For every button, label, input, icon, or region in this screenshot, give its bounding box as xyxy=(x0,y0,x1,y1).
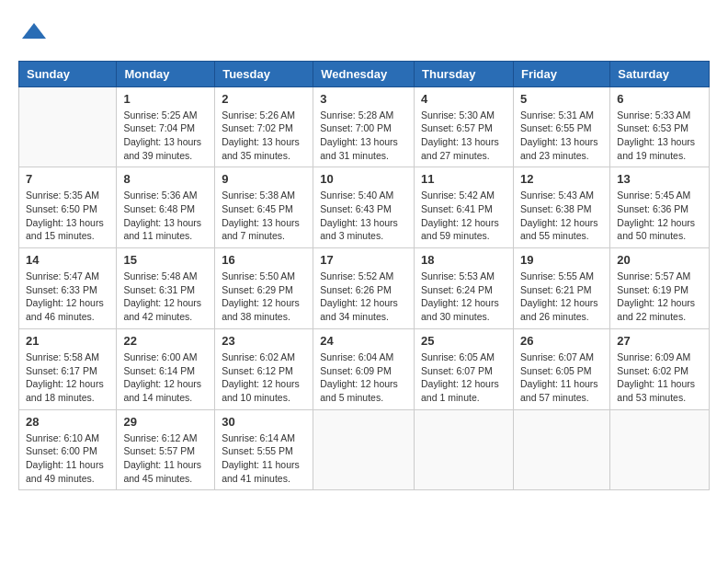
calendar-week-row: 7Sunrise: 5:35 AMSunset: 6:50 PMDaylight… xyxy=(19,167,710,248)
calendar-cell: 17Sunrise: 5:52 AMSunset: 6:26 PMDayligh… xyxy=(313,248,415,329)
calendar-cell: 30Sunrise: 6:14 AMSunset: 5:55 PMDayligh… xyxy=(215,409,313,490)
day-info: Sunrise: 5:33 AMSunset: 6:53 PMDaylight:… xyxy=(617,109,702,163)
calendar-cell: 7Sunrise: 5:35 AMSunset: 6:50 PMDaylight… xyxy=(19,167,117,248)
day-number: 17 xyxy=(320,253,407,267)
calendar-cell: 21Sunrise: 5:58 AMSunset: 6:17 PMDayligh… xyxy=(19,328,117,409)
day-info: Sunrise: 6:14 AMSunset: 5:55 PMDaylight:… xyxy=(222,431,306,486)
calendar-cell xyxy=(513,409,609,490)
day-number: 2 xyxy=(222,92,306,106)
day-info: Sunrise: 5:57 AMSunset: 6:19 PMDaylight:… xyxy=(617,270,702,324)
day-info: Sunrise: 5:36 AMSunset: 6:48 PMDaylight:… xyxy=(123,189,208,243)
day-info: Sunrise: 6:09 AMSunset: 6:02 PMDaylight:… xyxy=(617,350,702,405)
day-info: Sunrise: 5:45 AMSunset: 6:36 PMDaylight:… xyxy=(617,189,702,243)
day-info: Sunrise: 5:25 AMSunset: 7:04 PMDaylight:… xyxy=(123,109,208,163)
day-number: 16 xyxy=(222,253,306,267)
column-header-thursday: Thursday xyxy=(415,61,514,86)
calendar-week-row: 1Sunrise: 5:25 AMSunset: 7:04 PMDaylight… xyxy=(19,86,710,167)
day-info: Sunrise: 5:40 AMSunset: 6:43 PMDaylight:… xyxy=(320,189,407,243)
logo xyxy=(18,18,48,52)
calendar-cell: 18Sunrise: 5:53 AMSunset: 6:24 PMDayligh… xyxy=(415,248,514,329)
day-number: 7 xyxy=(26,172,109,186)
day-info: Sunrise: 6:05 AMSunset: 6:07 PMDaylight:… xyxy=(421,350,506,405)
day-number: 18 xyxy=(421,253,506,267)
calendar-week-row: 14Sunrise: 5:47 AMSunset: 6:33 PMDayligh… xyxy=(19,248,710,329)
day-number: 21 xyxy=(26,334,109,348)
day-number: 10 xyxy=(320,172,407,186)
day-info: Sunrise: 5:43 AMSunset: 6:38 PMDaylight:… xyxy=(520,189,603,243)
day-number: 6 xyxy=(617,92,702,106)
day-number: 20 xyxy=(617,253,702,267)
day-info: Sunrise: 5:35 AMSunset: 6:50 PMDaylight:… xyxy=(26,189,109,243)
day-number: 26 xyxy=(520,334,603,348)
calendar-cell: 10Sunrise: 5:40 AMSunset: 6:43 PMDayligh… xyxy=(313,167,415,248)
day-info: Sunrise: 5:31 AMSunset: 6:55 PMDaylight:… xyxy=(520,109,603,163)
calendar-cell: 1Sunrise: 5:25 AMSunset: 7:04 PMDaylight… xyxy=(117,86,215,167)
day-number: 22 xyxy=(123,334,208,348)
calendar-week-row: 28Sunrise: 6:10 AMSunset: 6:00 PMDayligh… xyxy=(19,409,710,490)
day-info: Sunrise: 6:02 AMSunset: 6:12 PMDaylight:… xyxy=(222,350,306,405)
column-header-sunday: Sunday xyxy=(19,61,117,86)
calendar-cell: 12Sunrise: 5:43 AMSunset: 6:38 PMDayligh… xyxy=(513,167,609,248)
calendar-cell: 26Sunrise: 6:07 AMSunset: 6:05 PMDayligh… xyxy=(513,328,609,409)
calendar-cell: 9Sunrise: 5:38 AMSunset: 6:45 PMDaylight… xyxy=(215,167,313,248)
calendar-table: SundayMondayTuesdayWednesdayThursdayFrid… xyxy=(18,61,710,491)
calendar-cell: 11Sunrise: 5:42 AMSunset: 6:41 PMDayligh… xyxy=(415,167,514,248)
calendar-cell: 3Sunrise: 5:28 AMSunset: 7:00 PMDaylight… xyxy=(313,86,415,167)
logo-icon xyxy=(20,18,48,46)
day-info: Sunrise: 5:50 AMSunset: 6:29 PMDaylight:… xyxy=(222,270,306,324)
day-info: Sunrise: 6:10 AMSunset: 6:00 PMDaylight:… xyxy=(26,431,109,486)
calendar-cell: 24Sunrise: 6:04 AMSunset: 6:09 PMDayligh… xyxy=(313,328,415,409)
day-info: Sunrise: 6:00 AMSunset: 6:14 PMDaylight:… xyxy=(123,350,208,405)
calendar-cell xyxy=(19,86,117,167)
day-number: 8 xyxy=(123,172,208,186)
day-info: Sunrise: 5:52 AMSunset: 6:26 PMDaylight:… xyxy=(320,270,407,324)
day-info: Sunrise: 5:28 AMSunset: 7:00 PMDaylight:… xyxy=(320,109,407,163)
calendar-cell: 16Sunrise: 5:50 AMSunset: 6:29 PMDayligh… xyxy=(215,248,313,329)
day-info: Sunrise: 5:30 AMSunset: 6:57 PMDaylight:… xyxy=(421,109,506,163)
day-info: Sunrise: 5:53 AMSunset: 6:24 PMDaylight:… xyxy=(421,270,506,324)
day-number: 5 xyxy=(520,92,603,106)
day-info: Sunrise: 6:07 AMSunset: 6:05 PMDaylight:… xyxy=(520,350,603,405)
calendar-cell xyxy=(610,409,710,490)
calendar-week-row: 21Sunrise: 5:58 AMSunset: 6:17 PMDayligh… xyxy=(19,328,710,409)
svg-marker-0 xyxy=(22,23,46,39)
column-header-monday: Monday xyxy=(117,61,215,86)
calendar-cell: 14Sunrise: 5:47 AMSunset: 6:33 PMDayligh… xyxy=(19,248,117,329)
day-number: 14 xyxy=(26,253,109,267)
column-header-friday: Friday xyxy=(513,61,609,86)
day-number: 1 xyxy=(123,92,208,106)
day-info: Sunrise: 5:26 AMSunset: 7:02 PMDaylight:… xyxy=(222,109,306,163)
calendar-cell: 2Sunrise: 5:26 AMSunset: 7:02 PMDaylight… xyxy=(215,86,313,167)
day-number: 30 xyxy=(222,415,306,429)
calendar-cell: 29Sunrise: 6:12 AMSunset: 5:57 PMDayligh… xyxy=(117,409,215,490)
column-header-tuesday: Tuesday xyxy=(215,61,313,86)
calendar-cell: 27Sunrise: 6:09 AMSunset: 6:02 PMDayligh… xyxy=(610,328,710,409)
calendar-cell: 25Sunrise: 6:05 AMSunset: 6:07 PMDayligh… xyxy=(415,328,514,409)
day-number: 27 xyxy=(617,334,702,348)
column-header-saturday: Saturday xyxy=(610,61,710,86)
calendar-cell: 4Sunrise: 5:30 AMSunset: 6:57 PMDaylight… xyxy=(415,86,514,167)
calendar-header-row: SundayMondayTuesdayWednesdayThursdayFrid… xyxy=(19,61,710,86)
day-number: 3 xyxy=(320,92,407,106)
calendar-cell: 20Sunrise: 5:57 AMSunset: 6:19 PMDayligh… xyxy=(610,248,710,329)
calendar-cell: 28Sunrise: 6:10 AMSunset: 6:00 PMDayligh… xyxy=(19,409,117,490)
day-number: 4 xyxy=(421,92,506,106)
column-header-wednesday: Wednesday xyxy=(313,61,415,86)
day-number: 15 xyxy=(123,253,208,267)
calendar-cell: 13Sunrise: 5:45 AMSunset: 6:36 PMDayligh… xyxy=(610,167,710,248)
day-number: 13 xyxy=(617,172,702,186)
page-header xyxy=(18,18,710,52)
day-number: 28 xyxy=(26,415,109,429)
day-number: 12 xyxy=(520,172,603,186)
day-number: 11 xyxy=(421,172,506,186)
day-number: 29 xyxy=(123,415,208,429)
calendar-cell: 5Sunrise: 5:31 AMSunset: 6:55 PMDaylight… xyxy=(513,86,609,167)
day-number: 23 xyxy=(222,334,306,348)
day-number: 25 xyxy=(421,334,506,348)
day-info: Sunrise: 5:48 AMSunset: 6:31 PMDaylight:… xyxy=(123,270,208,324)
calendar-cell: 6Sunrise: 5:33 AMSunset: 6:53 PMDaylight… xyxy=(610,86,710,167)
day-info: Sunrise: 5:42 AMSunset: 6:41 PMDaylight:… xyxy=(421,189,506,243)
calendar-cell: 8Sunrise: 5:36 AMSunset: 6:48 PMDaylight… xyxy=(117,167,215,248)
day-info: Sunrise: 6:04 AMSunset: 6:09 PMDaylight:… xyxy=(320,350,407,405)
day-number: 9 xyxy=(222,172,306,186)
